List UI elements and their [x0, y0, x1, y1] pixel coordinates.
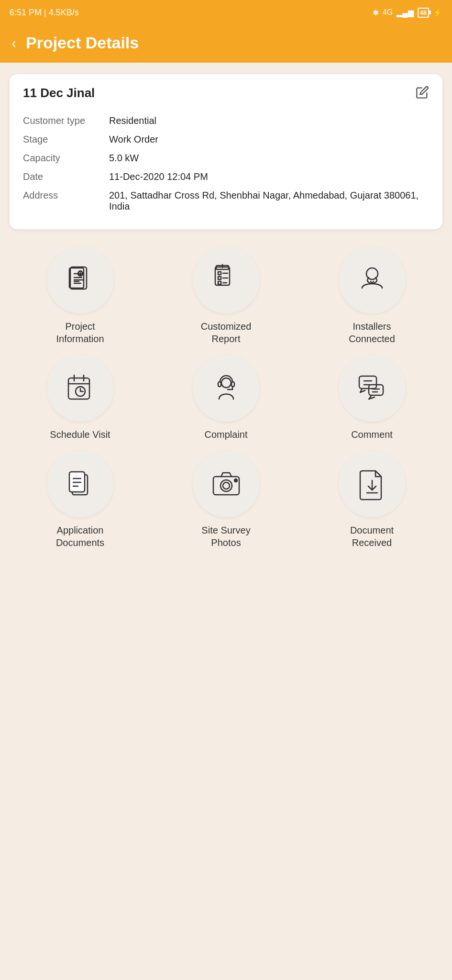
- project-information-button[interactable]: i ProjectInformation: [10, 246, 151, 345]
- site-survey-photos-icon: [209, 467, 243, 501]
- field-label: Date: [23, 167, 109, 186]
- status-time: 6:51 PM | 4.5KB/s: [10, 8, 79, 18]
- schedule-visit-icon: [64, 371, 97, 405]
- comment-icon-circle: [339, 355, 406, 422]
- comment-icon: [355, 371, 389, 405]
- table-row: Date 11-Dec-2020 12:04 PM: [23, 167, 429, 186]
- complaint-button[interactable]: Complaint: [155, 355, 297, 441]
- project-name: 11 Dec Jinal: [23, 86, 95, 100]
- installers-connected-icon-circle: [339, 246, 406, 313]
- header: ‹ Project Details: [0, 25, 452, 63]
- menu-grid: i ProjectInformation: [10, 246, 442, 549]
- application-documents-label: ApplicationDocuments: [56, 524, 104, 549]
- svg-point-28: [221, 378, 231, 388]
- complaint-icon: [209, 371, 243, 405]
- field-label: Customer type: [23, 111, 109, 130]
- field-value: 5.0 kW: [109, 149, 429, 167]
- main-content: 11 Dec Jinal Customer type Residential S…: [0, 63, 452, 565]
- network-icon: 4G: [383, 8, 393, 17]
- field-value: 11-Dec-2020 12:04 PM: [109, 167, 429, 186]
- field-value: 201, Sattadhar Cross Rd, Shenbhai Nagar,…: [109, 186, 429, 216]
- table-row: Stage Work Order: [23, 130, 429, 149]
- svg-rect-13: [218, 277, 221, 279]
- project-information-label: ProjectInformation: [56, 320, 104, 345]
- complaint-icon-circle: [193, 355, 260, 422]
- customized-report-icon: [209, 263, 243, 297]
- table-row: Customer type Residential: [23, 111, 429, 130]
- svg-rect-14: [218, 281, 221, 284]
- field-label: Capacity: [23, 149, 109, 167]
- schedule-visit-label: Schedule Visit: [50, 428, 110, 441]
- edit-button[interactable]: [416, 86, 429, 102]
- application-documents-icon-circle: [47, 450, 114, 517]
- svg-rect-33: [359, 376, 376, 389]
- table-row: Capacity 5.0 kW: [23, 149, 429, 167]
- customized-report-button[interactable]: CustomizedReport: [155, 246, 297, 345]
- field-value: Residential: [109, 111, 429, 130]
- page-title: Project Details: [26, 33, 139, 52]
- project-information-icon: i: [64, 263, 97, 297]
- svg-point-46: [223, 482, 230, 489]
- battery-icon: 48: [418, 8, 429, 18]
- project-card: 11 Dec Jinal Customer type Residential S…: [10, 74, 442, 229]
- site-survey-photos-button[interactable]: Site SurveyPhotos: [155, 450, 297, 549]
- installers-connected-icon: [355, 263, 389, 297]
- bluetooth-icon: ✱: [373, 8, 379, 17]
- project-information-icon-circle: i: [47, 246, 114, 313]
- comment-button[interactable]: Comment: [301, 355, 442, 441]
- charging-icon: ⚡: [433, 8, 442, 17]
- site-survey-photos-label: Site SurveyPhotos: [201, 524, 250, 549]
- table-row: Address 201, Sattadhar Cross Rd, Shenbha…: [23, 186, 429, 216]
- customized-report-label: CustomizedReport: [201, 320, 252, 345]
- status-icons: ✱ 4G ▂▄▆ 48 ⚡: [373, 8, 442, 18]
- customized-report-icon-circle: [193, 246, 260, 313]
- field-label: Address: [23, 186, 109, 216]
- back-button[interactable]: ‹: [11, 36, 16, 50]
- svg-rect-12: [218, 272, 221, 275]
- site-survey-photos-icon-circle: [193, 450, 260, 517]
- schedule-visit-button[interactable]: Schedule Visit: [10, 355, 151, 441]
- document-received-button[interactable]: DocumentReceived: [301, 450, 442, 549]
- application-documents-button[interactable]: ApplicationDocuments: [10, 450, 151, 549]
- svg-rect-30: [232, 382, 234, 387]
- complaint-label: Complaint: [204, 428, 247, 441]
- installers-connected-label: InstallersConnected: [349, 320, 395, 345]
- schedule-visit-icon-circle: [47, 355, 114, 422]
- signal-icon: ▂▄▆: [397, 8, 413, 17]
- project-info-table: Customer type Residential Stage Work Ord…: [23, 111, 429, 216]
- svg-point-45: [220, 480, 232, 491]
- comment-label: Comment: [351, 428, 393, 441]
- status-bar: 6:51 PM | 4.5KB/s ✱ 4G ▂▄▆ 48 ⚡: [0, 0, 452, 25]
- installers-connected-button[interactable]: InstallersConnected: [301, 246, 442, 345]
- document-received-label: DocumentReceived: [350, 524, 394, 549]
- document-received-icon-circle: [339, 450, 406, 517]
- field-label: Stage: [23, 130, 109, 149]
- svg-rect-29: [218, 382, 221, 387]
- svg-point-47: [234, 479, 237, 482]
- field-value: Work Order: [109, 130, 429, 149]
- document-received-icon: [355, 467, 389, 501]
- application-documents-icon: [64, 467, 97, 501]
